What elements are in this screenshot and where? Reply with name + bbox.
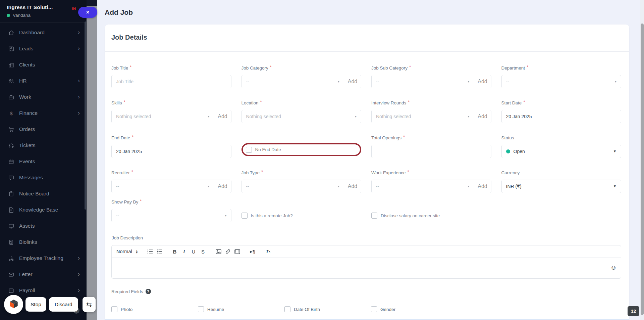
page-title: Add Job [105,8,133,16]
sidebar-item-employee-tracking[interactable]: Employee Tracking › [0,250,87,266]
user-row: Vandana [7,13,80,18]
recruiter-add-button[interactable]: Add [214,180,231,193]
emoji-icon[interactable]: ☺ [610,264,617,271]
user-name: Vandana [13,13,31,18]
start-date-input[interactable] [501,110,622,123]
clipboard-icon [8,191,14,197]
form-row-4: Recruiter* --▾ Add Job Type* --▾ Add [111,170,621,193]
sidebar-item-messages[interactable]: Messages [0,170,87,186]
chevron-right-icon: › [78,271,80,278]
editor-toolbar: Normal ▴▾ B I U S ▸¶ Tx [112,245,621,258]
checkbox-label: Date Of Birth [294,307,320,312]
strikethrough-button[interactable]: S [199,247,207,256]
photo-checkbox[interactable] [111,306,117,312]
remote-job-checkbox[interactable] [241,213,248,219]
job-category-add-button[interactable]: Add [344,75,361,88]
resume-checkbox[interactable] [198,306,204,312]
format-stepper-icon[interactable]: ▴▾ [136,249,138,254]
total-openings-input[interactable] [371,145,491,158]
date-of-birth-checkbox[interactable] [284,306,290,312]
field-label: Location [241,100,259,105]
department-select[interactable]: --▾ [501,75,622,88]
sidebar-item-notice-board[interactable]: Notice Board [0,186,87,202]
page-scrollbar[interactable] [640,0,644,320]
field-label: Job Type [241,170,260,175]
insert-link-icon[interactable] [224,247,231,256]
work-experience-add-button[interactable]: Add [474,180,491,193]
discard-button[interactable]: Discard [49,297,78,312]
checkbox-label: Disclose salary on career site [381,213,440,218]
sidebar-item-label: Biolinks [19,239,80,245]
sidebar-item-orders[interactable]: Orders [0,121,87,137]
job-details-card: Job Details Job Title* Job Category* --▾… [105,25,629,320]
insert-video-icon[interactable] [233,247,241,256]
sidebar-item-events[interactable]: Events [0,153,87,170]
job-title-input[interactable] [111,75,231,88]
recorder-logo-button[interactable] [4,295,23,314]
sidebar-item-assets[interactable]: Assets [0,218,87,234]
bullet-list-icon[interactable] [156,247,163,256]
underline-button[interactable]: U [190,247,197,256]
ordered-list-icon[interactable] [146,247,154,256]
close-button[interactable]: × [78,7,97,18]
field-label: Currency [501,170,520,175]
page-scrollbar-thumb[interactable] [641,24,644,315]
bold-button[interactable]: B [171,247,178,256]
location-select[interactable]: Nothing selected▾ [241,110,362,123]
sidebar-item-finance[interactable]: $ Finance › [0,105,87,121]
job-description-editor[interactable]: Normal ▴▾ B I U S ▸¶ Tx [111,245,621,279]
sidebar-item-tickets[interactable]: Tickets [0,137,87,153]
no-end-date-checkbox[interactable] [246,147,252,153]
sidebar-item-clients[interactable]: Clients [0,57,87,73]
sidebar-item-biolinks[interactable]: Biolinks [0,234,87,250]
field-remote-job: Is this a remote Job? [241,199,362,222]
swap-arrows-button[interactable]: ⇆ [83,297,96,312]
field-job-title: Job Title* [111,65,231,88]
interview-rounds-add-button[interactable]: Add [474,110,491,123]
clear-formatting-icon[interactable]: Tx [264,247,272,256]
insert-image-icon[interactable] [215,247,222,256]
text-direction-icon[interactable]: ▸¶ [249,247,256,256]
recruiter-select[interactable]: --▾ [112,180,214,193]
italic-button[interactable]: I [180,247,188,256]
calendar-icon [8,158,14,165]
sidebar-item-leads[interactable]: Leads › [0,41,87,57]
job-sub-category-select[interactable]: --▾ [372,75,474,88]
show-pay-by-select[interactable]: --▾ [111,209,231,222]
skills-add-button[interactable]: Add [214,110,231,123]
job-category-select[interactable]: --▾ [242,75,344,88]
skills-select[interactable]: Nothing selected▾ [112,110,214,123]
required-asterisk: * [270,64,272,70]
field-total-openings: Total Openings* [371,135,491,158]
job-type-select[interactable]: --▾ [242,180,344,193]
job-sub-category-add-button[interactable]: Add [474,75,491,88]
backdrop-strip [87,0,97,320]
sidebar-item-hr[interactable]: HR › [0,73,87,89]
format-select[interactable]: Normal [116,249,132,254]
help-icon[interactable]: ? [146,289,151,294]
form-row-1: Job Title* Job Category* --▾ Add Job Sub… [111,65,621,88]
sidebar-item-dashboard[interactable]: Dashboard › [0,25,87,41]
app-window: Ingress IT Soluti... IN Vandana Dashboar… [0,0,644,320]
sidebar-item-work[interactable]: Work › [0,89,87,105]
field-label: Skills [111,100,122,105]
field-interview-rounds: Interview Rounds* Nothing selected▾ Add [371,100,491,123]
interview-rounds-select[interactable]: Nothing selected▾ [372,110,474,123]
end-date-input[interactable] [111,145,231,158]
caret-down-icon: ▾ [355,115,357,118]
sidebar-scrollbar-thumb[interactable] [85,21,86,210]
sidebar-item-label: Events [19,158,80,165]
caret-down-icon: ▼ [613,150,616,153]
job-type-add-button[interactable]: Add [344,180,361,193]
sidebar-item-letter[interactable]: Letter › [0,266,87,282]
home-icon [8,30,14,36]
field-label: Start Date [501,100,522,105]
gender-checkbox[interactable] [371,306,377,312]
status-select[interactable]: Open ▼ [501,145,622,158]
card-title: Job Details [111,34,621,41]
work-experience-select[interactable]: --▾ [372,180,474,193]
disclose-salary-checkbox[interactable] [371,213,377,219]
stop-button[interactable]: Stop [25,297,46,312]
sidebar-item-knowledge-base[interactable]: Knowledge Base [0,202,87,218]
currency-select[interactable]: INR (₹)▼ [501,180,622,193]
